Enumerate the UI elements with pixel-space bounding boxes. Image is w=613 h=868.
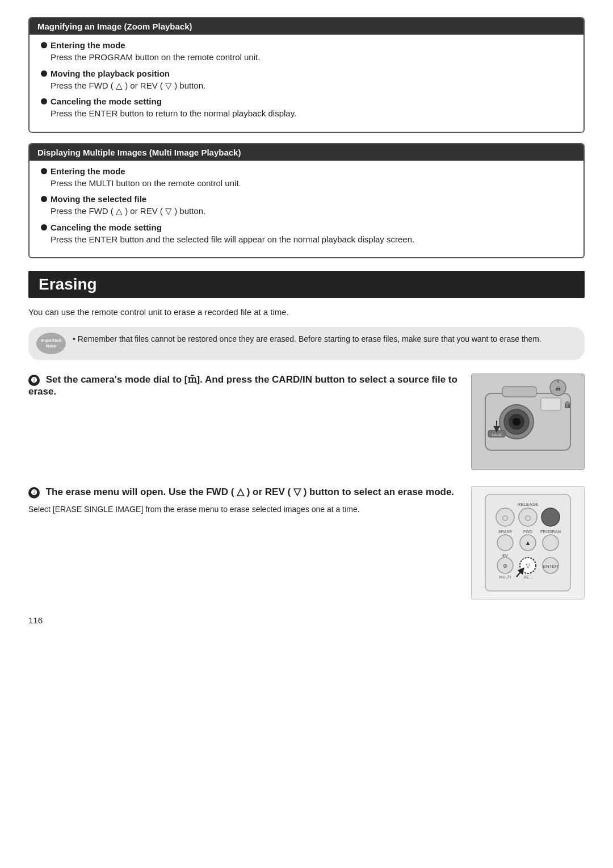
svg-rect-1 — [502, 387, 536, 397]
svg-text:RE...: RE... — [523, 575, 532, 579]
svg-text:CARD: CARD — [492, 433, 502, 437]
zoom-playback-section: Magnifying an Image (Zoom Playback) Ente… — [28, 17, 585, 133]
svg-point-5 — [513, 418, 520, 426]
page-number: 116 — [28, 615, 585, 625]
svg-text:◯: ◯ — [502, 515, 508, 521]
step-1-text: ❶ Set the camera's mode dial to [m̄]. An… — [28, 374, 457, 400]
zoom-canceling-label: Canceling the mode setting — [51, 97, 162, 106]
step-2-text: ❷ The erase menu will open. Use the FWD … — [28, 486, 457, 515]
zoom-canceling-text: Press the ENTER button to return to the … — [51, 107, 572, 120]
svg-text:ERASE: ERASE — [498, 530, 512, 534]
important-note-box: Important Note • Remember that files can… — [28, 327, 585, 360]
multi-moving-label: Moving the selected file — [51, 194, 146, 204]
svg-point-27 — [543, 535, 559, 551]
svg-point-24 — [497, 535, 513, 551]
svg-text:MULTI: MULTI — [499, 575, 511, 579]
zoom-entering-text: Press the PROGRAM button on the remote c… — [51, 51, 572, 64]
multi-moving-text: Press the FWD ( △ ) or REV ( ▽ ) button. — [51, 205, 572, 218]
zoom-moving-text: Press the FWD ( △ ) or REV ( ▽ ) button. — [51, 79, 572, 93]
bullet-dot-6 — [41, 224, 47, 230]
zoom-canceling: Canceling the mode setting Press the ENT… — [41, 97, 572, 120]
bullet-dot-5 — [41, 196, 47, 202]
svg-text:m̄: m̄ — [555, 386, 560, 392]
zoom-moving-label: Moving the playback position — [51, 69, 170, 78]
multi-playback-section: Displaying Multiple Images (Multi Image … — [28, 143, 585, 259]
step-1-title: ❶ Set the camera's mode dial to [m̄]. An… — [28, 374, 457, 397]
erasing-intro: You can use the remote control unit to e… — [28, 307, 585, 317]
svg-rect-6 — [541, 398, 561, 410]
step-1-section: ❶ Set the camera's mode dial to [m̄]. An… — [28, 374, 585, 470]
multi-entering-mode: Entering the mode Press the MULTI button… — [41, 166, 572, 190]
zoom-moving-position: Moving the playback position Press the F… — [41, 69, 572, 93]
important-label-line1: Important — [41, 338, 62, 343]
svg-text:ENTER: ENTER — [543, 564, 558, 569]
svg-text:PROGRAM: PROGRAM — [540, 530, 561, 534]
zoom-playback-header: Magnifying an Image (Zoom Playback) — [30, 18, 583, 35]
zoom-entering-mode: Entering the mode Press the PROGRAM butt… — [41, 40, 572, 64]
svg-text:EV: EV — [502, 553, 508, 557]
bullet-dot-2 — [41, 70, 47, 77]
important-text: • Remember that files cannot be restored… — [73, 333, 541, 345]
bullet-dot-3 — [41, 98, 47, 104]
multi-playback-header: Displaying Multiple Images (Multi Image … — [30, 144, 583, 161]
step-2-number-circle: ❷ — [28, 487, 40, 498]
step-2-title: ❷ The erase menu will open. Use the FWD … — [28, 486, 457, 498]
multi-entering-text: Press the MULTI button on the remote con… — [51, 177, 572, 190]
step-2-section: ❷ The erase menu will open. Use the FWD … — [28, 486, 585, 599]
erasing-header: Erasing — [28, 271, 585, 298]
svg-text:RELEASE: RELEASE — [518, 502, 539, 507]
multi-entering-label: Entering the mode — [51, 166, 125, 176]
svg-text:FWD: FWD — [523, 530, 532, 534]
important-badge: Important Note — [36, 333, 66, 354]
multi-canceling-label: Canceling the mode setting — [51, 223, 162, 232]
step-1-camera-image: m̄ CARD 🗑 — [471, 374, 585, 470]
svg-text:◯: ◯ — [525, 515, 531, 521]
svg-text:⊛: ⊛ — [503, 563, 507, 569]
svg-point-20 — [541, 508, 560, 526]
bullet-dot-1 — [41, 42, 47, 48]
step-2-desc: Select [ERASE SINGLE IMAGE] from the era… — [28, 503, 457, 515]
bullet-dot-4 — [41, 168, 47, 174]
zoom-entering-label: Entering the mode — [51, 40, 125, 50]
step-2-remote-image: RELEASE ◯ ◯ ERASE FWD PROGRAM ▲ EV — [471, 486, 585, 599]
multi-canceling-text: Press the ENTER button and the selected … — [51, 233, 572, 246]
svg-text:▲: ▲ — [525, 539, 531, 546]
important-label-line2: Note — [46, 343, 56, 349]
multi-canceling: Canceling the mode setting Press the ENT… — [41, 223, 572, 246]
svg-text:🗑: 🗑 — [564, 400, 572, 409]
bullet-important: • — [73, 334, 78, 343]
multi-moving-file: Moving the selected file Press the FWD (… — [41, 194, 572, 218]
step-1-number-circle: ❶ — [28, 375, 40, 386]
svg-text:▽: ▽ — [526, 562, 531, 569]
